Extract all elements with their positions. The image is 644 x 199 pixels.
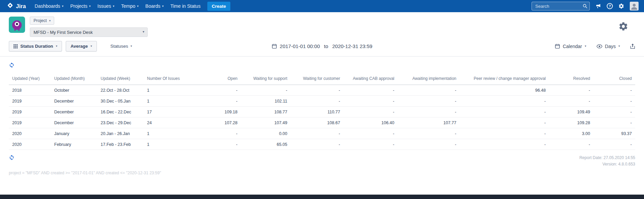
nav-item-issues[interactable]: Issues ▾	[94, 0, 118, 12]
table-cell: -	[341, 128, 396, 139]
bottom-bar	[0, 195, 644, 199]
table-cell: 93.37	[591, 128, 635, 139]
table-cell: 107.49	[239, 117, 289, 128]
table-cell: 2020	[9, 139, 53, 150]
table-cell: 108.67	[289, 117, 341, 128]
column-header: Resolved	[547, 73, 591, 85]
nav-item-boards[interactable]: Boards ▾	[142, 0, 167, 12]
table-cell: -	[341, 107, 396, 117]
nav-item-label: Dashboards	[35, 3, 60, 9]
aggregation-dropdown[interactable]: Average ▾	[66, 41, 97, 51]
table-cell: -	[289, 128, 341, 139]
table-row: 2020January20.Jan - 26.Jan1-0.00----3.00…	[9, 128, 635, 139]
table-cell: -	[591, 139, 635, 150]
table-cell: -	[396, 139, 458, 150]
create-button[interactable]: Create	[207, 2, 230, 11]
table-cell: 2019	[9, 117, 53, 128]
table-cell: 109.18	[196, 107, 239, 117]
table-row: 2019December23.Dec - 29.Dec24107.28107.4…	[9, 117, 635, 128]
report-type-label: Status Duration	[20, 44, 53, 49]
grid-icon	[14, 44, 18, 48]
unit-label: Days	[605, 44, 616, 49]
top-nav: Jira Dashboards ▾ Projects ▾ Issues ▾ Te…	[0, 0, 644, 12]
statuses-dropdown[interactable]: Statuses ▾	[110, 44, 132, 49]
status-duration-table: Updated (Year)Updated (Month)Updated (We…	[9, 73, 635, 150]
table-cell: 1	[146, 96, 196, 107]
table-cell: -	[396, 85, 458, 96]
table-row: 2020February17.Feb - 23.Feb1-65.05------	[9, 139, 635, 150]
report-settings-gear-icon[interactable]	[618, 21, 628, 33]
project-select-input[interactable]: MFSD - My First Service Desk	[30, 27, 148, 37]
column-header: Awaiting implementation	[396, 73, 458, 85]
table-row: 2019December16.Dec - 22.Dec17109.18108.7…	[9, 107, 635, 117]
chevron-down-icon: ▾	[137, 5, 139, 8]
table-cell: 20.Jan - 26.Jan	[99, 128, 146, 139]
nav-item-time-in-status[interactable]: Time in Status	[167, 0, 204, 12]
date-separator: to	[324, 43, 328, 49]
table-cell: -	[341, 85, 396, 96]
refresh-icon[interactable]	[9, 62, 15, 68]
nav-item-tempo[interactable]: Tempo ▾	[118, 0, 142, 12]
table-cell: -	[289, 139, 341, 150]
announcement-icon[interactable]	[595, 2, 602, 10]
date-range-picker[interactable]: 2017-01-01 00:00 to 2020-12-31 23:59	[272, 43, 372, 49]
nav-item-dashboards[interactable]: Dashboards ▾	[31, 0, 67, 12]
refresh-icon[interactable]	[9, 155, 15, 160]
table-cell: 2019	[9, 107, 53, 117]
table-cell: -	[196, 128, 239, 139]
calendar-icon	[272, 44, 277, 49]
report-meta: Report Date: 27.05.2020 14:55 Version: 4…	[579, 155, 635, 168]
table-cell: January	[53, 128, 99, 139]
table-cell: 106.40	[341, 117, 396, 128]
table-cell: 109.49	[547, 107, 591, 117]
date-from: 2017-01-01 00:00	[280, 43, 320, 49]
gear-icon[interactable]	[618, 2, 625, 10]
table-cell: -	[239, 85, 289, 96]
table-cell: 1	[146, 128, 196, 139]
table-cell: December	[53, 107, 99, 117]
report-type-dropdown[interactable]: Status Duration ▾	[9, 41, 62, 51]
chevron-down-icon: ▾	[130, 45, 132, 48]
unit-dropdown[interactable]: Days ▾	[597, 44, 620, 49]
table-cell: 17.Feb - 23.Feb	[99, 139, 146, 150]
table-cell: 110.77	[289, 107, 341, 117]
column-header: Updated (Week)	[99, 73, 146, 85]
table-cell: -	[196, 85, 239, 96]
nav-item-label: Tempo	[121, 3, 136, 9]
report-footer: Report Date: 27.05.2020 14:55 Version: 4…	[9, 155, 635, 168]
calendar-icon	[555, 44, 560, 49]
search-box	[532, 2, 590, 10]
table-cell: 3.00	[547, 128, 591, 139]
table-cell: December	[53, 96, 99, 107]
table-cell: 96.48	[458, 85, 547, 96]
table-header: Updated (Year)Updated (Month)Updated (We…	[9, 73, 635, 85]
calendar-mode-label: Calendar	[563, 44, 582, 49]
user-avatar[interactable]	[630, 2, 639, 10]
table-cell: 107.28	[196, 117, 239, 128]
calendar-mode-dropdown[interactable]: Calendar ▾	[555, 44, 586, 49]
table-cell: 2019	[9, 96, 53, 107]
table-cell: -	[591, 85, 635, 96]
column-header: Awaiting CAB approval	[341, 73, 396, 85]
table-cell: -	[396, 96, 458, 107]
column-header: Closed	[591, 73, 635, 85]
export-icon[interactable]	[630, 43, 635, 49]
table-cell: 23.Dec - 29.Dec	[99, 117, 146, 128]
table-cell: December	[53, 117, 99, 128]
table-cell: -	[547, 139, 591, 150]
nav-right-group: ?	[532, 2, 639, 10]
table-row: 2019December30.Dec - 05.Jan1-102.11-----…	[9, 96, 635, 107]
search-icon[interactable]	[583, 4, 587, 10]
statuses-label: Statuses	[110, 44, 128, 49]
nav-item-projects[interactable]: Projects ▾	[67, 0, 94, 12]
scope-dropdown-button[interactable]: Project ▾	[30, 17, 54, 25]
nav-item-label: Projects	[70, 3, 87, 9]
jira-logo[interactable]: Jira	[7, 2, 26, 10]
chevron-down-icon: ▾	[162, 5, 164, 8]
table-cell: 107.77	[396, 117, 458, 128]
help-icon[interactable]: ?	[607, 3, 613, 9]
search-input[interactable]	[532, 2, 590, 10]
table-cell: -	[341, 96, 396, 107]
table-cell: -	[547, 96, 591, 107]
toolbar-right-group: Calendar ▾ Days ▾	[555, 43, 635, 49]
